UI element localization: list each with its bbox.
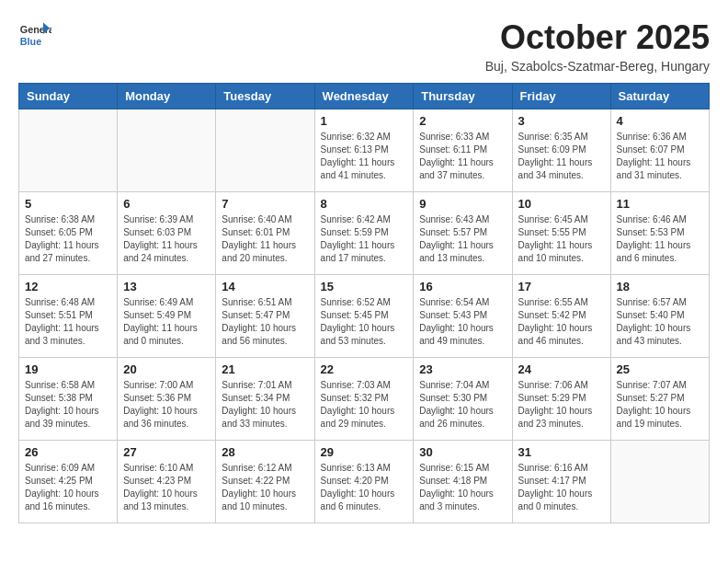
day-info: Sunrise: 6:12 AM Sunset: 4:22 PM Dayligh…	[222, 462, 308, 513]
calendar-cell: 17Sunrise: 6:55 AM Sunset: 5:42 PM Dayli…	[512, 275, 610, 358]
day-number: 31	[518, 445, 605, 459]
calendar-cell: 23Sunrise: 7:04 AM Sunset: 5:30 PM Dayli…	[414, 358, 512, 441]
day-number: 12	[25, 280, 111, 293]
calendar-cell: 4Sunrise: 6:36 AM Sunset: 6:07 PM Daylig…	[610, 109, 709, 192]
day-number: 17	[518, 280, 605, 293]
title-area: October 2025 Buj, Szabolcs-Szatmar-Bereg…	[485, 18, 710, 74]
calendar-cell: 10Sunrise: 6:45 AM Sunset: 5:55 PM Dayli…	[512, 192, 610, 275]
day-number: 9	[419, 197, 506, 211]
calendar-cell: 27Sunrise: 6:10 AM Sunset: 4:23 PM Dayli…	[118, 441, 216, 523]
calendar-cell: 21Sunrise: 7:01 AM Sunset: 5:34 PM Dayli…	[216, 358, 314, 441]
calendar-cell: 29Sunrise: 6:13 AM Sunset: 4:20 PM Dayli…	[314, 441, 414, 523]
day-info: Sunrise: 7:06 AM Sunset: 5:29 PM Dayligh…	[518, 379, 605, 431]
day-number: 1	[321, 114, 408, 128]
day-number: 23	[419, 362, 506, 376]
calendar-cell: 31Sunrise: 6:16 AM Sunset: 4:17 PM Dayli…	[512, 441, 610, 523]
day-info: Sunrise: 6:09 AM Sunset: 4:25 PM Dayligh…	[25, 462, 111, 513]
day-info: Sunrise: 6:16 AM Sunset: 4:17 PM Dayligh…	[518, 462, 605, 513]
calendar-cell: 11Sunrise: 6:46 AM Sunset: 5:53 PM Dayli…	[610, 192, 709, 275]
day-number: 11	[617, 197, 703, 211]
day-info: Sunrise: 7:03 AM Sunset: 5:32 PM Dayligh…	[321, 379, 408, 431]
day-info: Sunrise: 6:46 AM Sunset: 5:53 PM Dayligh…	[617, 213, 703, 265]
weekday-header-saturday: Saturday	[610, 84, 709, 109]
day-info: Sunrise: 6:52 AM Sunset: 5:45 PM Dayligh…	[321, 296, 408, 348]
day-number: 26	[25, 445, 111, 459]
day-number: 27	[123, 445, 210, 459]
day-info: Sunrise: 6:32 AM Sunset: 6:13 PM Dayligh…	[321, 131, 408, 182]
day-number: 19	[25, 362, 111, 376]
calendar-cell: 8Sunrise: 6:42 AM Sunset: 5:59 PM Daylig…	[314, 192, 414, 275]
week-row-1: 1Sunrise: 6:32 AM Sunset: 6:13 PM Daylig…	[19, 109, 710, 192]
day-number: 25	[617, 362, 703, 376]
day-info: Sunrise: 6:58 AM Sunset: 5:38 PM Dayligh…	[25, 379, 111, 431]
day-number: 14	[222, 280, 308, 293]
logo-icon: General Blue	[18, 18, 51, 52]
weekday-header-thursday: Thursday	[414, 84, 512, 109]
day-number: 4	[617, 114, 703, 128]
calendar-cell	[216, 109, 314, 192]
calendar-cell: 12Sunrise: 6:48 AM Sunset: 5:51 PM Dayli…	[19, 275, 118, 358]
location-title: Buj, Szabolcs-Szatmar-Bereg, Hungary	[485, 59, 710, 74]
day-number: 15	[321, 280, 408, 293]
day-info: Sunrise: 6:39 AM Sunset: 6:03 PM Dayligh…	[123, 213, 210, 265]
calendar-cell: 13Sunrise: 6:49 AM Sunset: 5:49 PM Dayli…	[118, 275, 216, 358]
calendar-cell: 16Sunrise: 6:54 AM Sunset: 5:43 PM Dayli…	[414, 275, 512, 358]
day-number: 21	[222, 362, 308, 376]
calendar-cell: 1Sunrise: 6:32 AM Sunset: 6:13 PM Daylig…	[314, 109, 414, 192]
calendar-cell: 5Sunrise: 6:38 AM Sunset: 6:05 PM Daylig…	[19, 192, 118, 275]
calendar-cell: 26Sunrise: 6:09 AM Sunset: 4:25 PM Dayli…	[19, 441, 118, 523]
day-number: 24	[518, 362, 605, 376]
day-info: Sunrise: 6:10 AM Sunset: 4:23 PM Dayligh…	[123, 462, 210, 513]
calendar-table: SundayMondayTuesdayWednesdayThursdayFrid…	[18, 83, 710, 523]
day-info: Sunrise: 6:48 AM Sunset: 5:51 PM Dayligh…	[25, 296, 111, 348]
calendar-cell: 2Sunrise: 6:33 AM Sunset: 6:11 PM Daylig…	[414, 109, 512, 192]
calendar-cell: 6Sunrise: 6:39 AM Sunset: 6:03 PM Daylig…	[118, 192, 216, 275]
week-row-5: 26Sunrise: 6:09 AM Sunset: 4:25 PM Dayli…	[19, 441, 710, 523]
day-info: Sunrise: 6:15 AM Sunset: 4:18 PM Dayligh…	[419, 462, 506, 513]
calendar-cell: 24Sunrise: 7:06 AM Sunset: 5:29 PM Dayli…	[512, 358, 610, 441]
svg-text:Blue: Blue	[20, 36, 41, 47]
weekday-header-row: SundayMondayTuesdayWednesdayThursdayFrid…	[19, 84, 710, 109]
calendar-cell: 19Sunrise: 6:58 AM Sunset: 5:38 PM Dayli…	[19, 358, 118, 441]
weekday-header-monday: Monday	[118, 84, 216, 109]
week-row-2: 5Sunrise: 6:38 AM Sunset: 6:05 PM Daylig…	[19, 192, 710, 275]
month-title: October 2025	[485, 18, 710, 57]
calendar-cell: 14Sunrise: 6:51 AM Sunset: 5:47 PM Dayli…	[216, 275, 314, 358]
day-number: 28	[222, 445, 308, 459]
day-info: Sunrise: 7:00 AM Sunset: 5:36 PM Dayligh…	[123, 379, 210, 431]
day-info: Sunrise: 6:33 AM Sunset: 6:11 PM Dayligh…	[419, 131, 506, 182]
day-info: Sunrise: 6:54 AM Sunset: 5:43 PM Dayligh…	[419, 296, 506, 348]
weekday-header-wednesday: Wednesday	[314, 84, 414, 109]
day-info: Sunrise: 7:01 AM Sunset: 5:34 PM Dayligh…	[222, 379, 308, 431]
page-header: General Blue October 2025 Buj, Szabolcs-…	[18, 18, 710, 74]
calendar-cell: 3Sunrise: 6:35 AM Sunset: 6:09 PM Daylig…	[512, 109, 610, 192]
day-number: 8	[321, 197, 408, 211]
calendar-cell: 20Sunrise: 7:00 AM Sunset: 5:36 PM Dayli…	[118, 358, 216, 441]
day-info: Sunrise: 7:04 AM Sunset: 5:30 PM Dayligh…	[419, 379, 506, 431]
day-info: Sunrise: 6:40 AM Sunset: 6:01 PM Dayligh…	[222, 213, 308, 265]
day-info: Sunrise: 6:35 AM Sunset: 6:09 PM Dayligh…	[518, 131, 605, 182]
day-info: Sunrise: 6:55 AM Sunset: 5:42 PM Dayligh…	[518, 296, 605, 348]
day-number: 29	[321, 445, 408, 459]
calendar-cell: 9Sunrise: 6:43 AM Sunset: 5:57 PM Daylig…	[414, 192, 512, 275]
day-number: 5	[25, 197, 111, 211]
day-number: 10	[518, 197, 605, 211]
day-number: 3	[518, 114, 605, 128]
day-info: Sunrise: 6:43 AM Sunset: 5:57 PM Dayligh…	[419, 213, 506, 265]
day-number: 22	[321, 362, 408, 376]
day-number: 18	[617, 280, 703, 293]
day-number: 16	[419, 280, 506, 293]
week-row-3: 12Sunrise: 6:48 AM Sunset: 5:51 PM Dayli…	[19, 275, 710, 358]
day-info: Sunrise: 6:49 AM Sunset: 5:49 PM Dayligh…	[123, 296, 210, 348]
day-info: Sunrise: 7:07 AM Sunset: 5:27 PM Dayligh…	[617, 379, 703, 431]
weekday-header-sunday: Sunday	[19, 84, 118, 109]
weekday-header-friday: Friday	[512, 84, 610, 109]
day-info: Sunrise: 6:42 AM Sunset: 5:59 PM Dayligh…	[321, 213, 408, 265]
calendar-cell	[610, 441, 709, 523]
day-info: Sunrise: 6:57 AM Sunset: 5:40 PM Dayligh…	[617, 296, 703, 348]
logo: General Blue	[18, 18, 51, 52]
day-number: 2	[419, 114, 506, 128]
day-info: Sunrise: 6:36 AM Sunset: 6:07 PM Dayligh…	[617, 131, 703, 182]
calendar-cell: 22Sunrise: 7:03 AM Sunset: 5:32 PM Dayli…	[314, 358, 414, 441]
calendar-cell: 18Sunrise: 6:57 AM Sunset: 5:40 PM Dayli…	[610, 275, 709, 358]
